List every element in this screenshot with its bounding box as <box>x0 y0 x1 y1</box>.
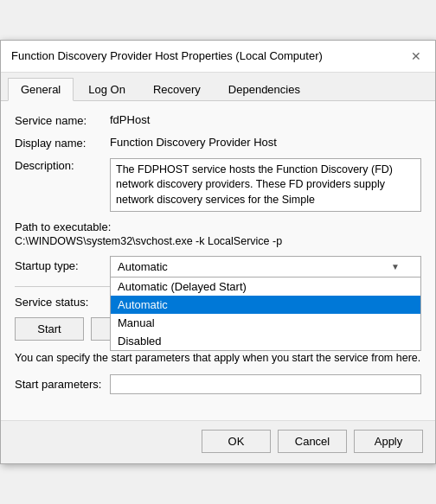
close-button[interactable]: ✕ <box>407 48 425 65</box>
start-button[interactable]: Start <box>15 317 84 341</box>
tab-bar: General Log On Recovery Dependencies <box>1 73 435 101</box>
display-name-row: Display name: Function Discovery Provide… <box>15 136 421 150</box>
startup-dropdown-container: Automatic ▼ Automatic (Delayed Start) Au… <box>110 256 421 278</box>
start-params-input[interactable] <box>110 374 421 394</box>
startup-dropdown-button[interactable]: Automatic ▼ <box>110 256 421 278</box>
startup-selected-value: Automatic <box>118 260 168 273</box>
tab-general[interactable]: General <box>8 78 74 101</box>
window-title: Function Discovery Provider Host Propert… <box>11 49 323 62</box>
service-status-label: Service status: <box>15 296 110 309</box>
startup-dropdown-list: Automatic (Delayed Start) Automatic Manu… <box>110 278 421 351</box>
path-section: Path to executable: C:\WINDOWS\system32\… <box>15 220 421 247</box>
path-label: Path to executable: <box>15 220 421 233</box>
service-name-value: fdPHost <box>110 113 421 126</box>
start-params-label: Start parameters: <box>15 378 110 391</box>
tab-logon[interactable]: Log On <box>75 78 138 100</box>
footer: OK Cancel Apply <box>1 420 435 463</box>
start-params-row: Start parameters: <box>15 374 421 394</box>
startup-option-manual[interactable]: Manual <box>111 314 420 332</box>
tab-recovery[interactable]: Recovery <box>140 78 214 100</box>
title-bar: Function Discovery Provider Host Propert… <box>1 41 435 73</box>
startup-option-automatic[interactable]: Automatic <box>111 296 420 314</box>
tab-content: Service name: fdPHost Display name: Func… <box>1 101 435 421</box>
properties-window: Function Discovery Provider Host Propert… <box>0 40 436 465</box>
path-value: C:\WINDOWS\system32\svchost.exe -k Local… <box>15 235 421 247</box>
description-row: Description: The FDPHOST service hosts t… <box>15 158 421 212</box>
ok-button[interactable]: OK <box>202 430 271 453</box>
startup-option-disabled[interactable]: Disabled <box>111 332 420 350</box>
chevron-down-icon: ▼ <box>391 262 400 271</box>
startup-row: Startup type: Automatic ▼ Automatic (Del… <box>15 256 421 278</box>
startup-option-delayed[interactable]: Automatic (Delayed Start) <box>111 278 420 296</box>
service-name-label: Service name: <box>15 113 110 127</box>
description-label: Description: <box>15 158 110 172</box>
service-name-row: Service name: fdPHost <box>15 113 421 127</box>
description-value: The FDPHOST service hosts the Function D… <box>110 158 421 212</box>
display-name-label: Display name: <box>15 136 110 150</box>
startup-label: Startup type: <box>15 256 110 272</box>
display-name-value: Function Discovery Provider Host <box>110 136 421 149</box>
apply-button[interactable]: Apply <box>354 430 423 453</box>
start-params-info: You can specify the start parameters tha… <box>15 351 421 367</box>
cancel-button[interactable]: Cancel <box>278 430 347 453</box>
tab-dependencies[interactable]: Dependencies <box>215 78 313 100</box>
